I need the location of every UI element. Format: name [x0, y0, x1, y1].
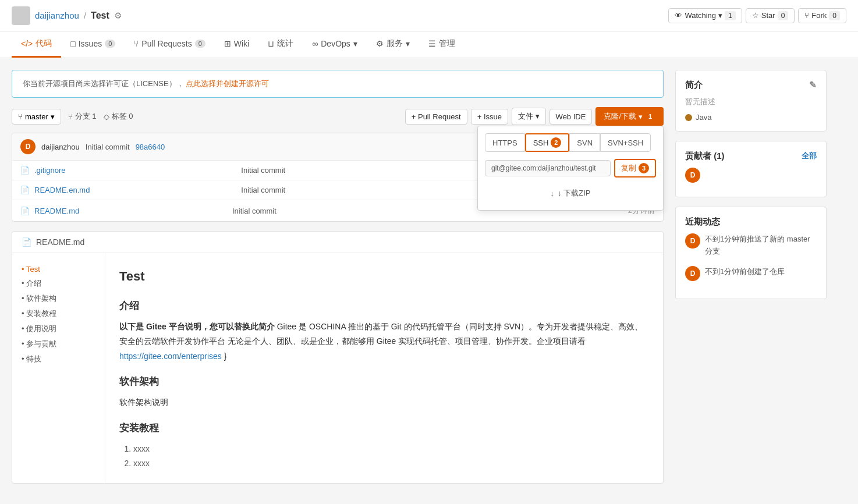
- pr-badge: 0: [195, 40, 205, 48]
- file-name[interactable]: README.md: [34, 207, 232, 215]
- readme-arch-heading: 软件架构: [119, 373, 649, 391]
- file-name[interactable]: README.en.md: [34, 186, 241, 194]
- members-section-title: 贡献者 (1) 全部: [685, 151, 817, 162]
- members-all-link[interactable]: 全部: [802, 151, 817, 162]
- tab-wiki-label: Wiki: [234, 39, 249, 48]
- file-icon: 📄: [20, 207, 30, 215]
- watching-count: 1: [725, 11, 736, 20]
- wiki-icon: ⊞: [224, 39, 231, 48]
- nav-tabs: </> 代码 □ Issues 0 ⑂ Pull Requests 0 ⊞ Wi…: [0, 31, 858, 58]
- file-name[interactable]: .gitignore: [34, 166, 241, 175]
- star-count: 0: [778, 11, 789, 20]
- readme-toc: Test 介绍 软件架构 安装教程 使用说明 参与贡献 特技: [12, 253, 105, 483]
- right-panel: 简介 ✎ 暂无描述 Java 贡献者 (1) 全部 D 近: [675, 70, 827, 484]
- file-button[interactable]: 文件 ▾: [512, 108, 546, 125]
- settings-icon[interactable]: ⚙: [114, 10, 122, 21]
- toc-item[interactable]: Test: [22, 262, 95, 276]
- clone-btn-label: 克隆/下载: [604, 111, 636, 122]
- code-icon: </>: [21, 39, 33, 48]
- fork-count: 0: [829, 11, 840, 20]
- devops-arrow: ▾: [353, 39, 357, 48]
- clone-tab-svn[interactable]: SVN: [569, 133, 600, 152]
- tab-stats-label: 统计: [277, 38, 293, 49]
- toc-item[interactable]: 安装教程: [22, 306, 95, 321]
- star-icon: ☆: [752, 11, 759, 20]
- clone-tab-https[interactable]: HTTPS: [485, 133, 525, 152]
- activity-item: D 不到1分钟前创建了仓库: [685, 266, 817, 281]
- readme-install-heading: 安装教程: [119, 420, 649, 438]
- license-link[interactable]: 点此选择并创建开源许可: [186, 79, 269, 88]
- readme-title: README.md: [36, 237, 84, 247]
- clone-arrow: ▾: [639, 112, 643, 121]
- toc-item[interactable]: 参与贡献: [22, 336, 95, 352]
- copy-label: 复制: [621, 163, 636, 173]
- clone-tab-svn-ssh[interactable]: SVN+SSH: [600, 133, 651, 152]
- watching-button[interactable]: 👁 Watching ▾ 1: [668, 8, 742, 23]
- file-icon: 📄: [20, 186, 30, 194]
- member-avatar: D: [685, 168, 700, 183]
- commit-message: Initial commit: [86, 143, 130, 151]
- activity-avatar-2: D: [685, 266, 700, 281]
- tab-code[interactable]: </> 代码: [12, 31, 61, 58]
- tab-pullrequests[interactable]: ⑂ Pull Requests 0: [125, 32, 215, 57]
- clone-button[interactable]: 克隆/下载 ▾ 1: [595, 107, 664, 126]
- clone-tab-ssh[interactable]: SSH 2: [525, 133, 570, 152]
- readme-main-title: Test: [119, 265, 649, 288]
- branches-stat: ⑂ 分支 1: [68, 111, 97, 122]
- activity-section: 近期动态 D 不到1分钟前推送了新的 master 分支 D 不到1分钟前创建了…: [675, 207, 827, 299]
- fork-label: Fork: [811, 11, 827, 20]
- download-zip-button[interactable]: ↓ ↓ 下载ZIP: [485, 183, 656, 203]
- members-section: 贡献者 (1) 全部 D: [675, 141, 827, 197]
- web-ide-button[interactable]: Web IDE: [549, 109, 593, 125]
- toc-item[interactable]: 软件架构: [22, 291, 95, 306]
- edit-icon[interactable]: ✎: [809, 80, 817, 91]
- issue-button[interactable]: + Issue: [471, 109, 508, 125]
- toc-item[interactable]: 介绍: [22, 276, 95, 291]
- issues-badge: 0: [105, 40, 115, 48]
- repo-name[interactable]: Test: [91, 10, 109, 21]
- toc-item[interactable]: 使用说明: [22, 321, 95, 336]
- readme-intro-link[interactable]: https://gitee.com/enterprises: [119, 352, 222, 361]
- readme-intro-para: 以下是 Gitee 平台说明，您可以替换此简介 Gitee 是 OSCHINA …: [119, 320, 649, 364]
- file-arrow: ▾: [536, 112, 540, 120]
- tab-pr-label: Pull Requests: [141, 39, 192, 48]
- readme-header: 📄 README.md: [12, 232, 663, 253]
- repo-avatar: [12, 6, 30, 25]
- commit-hash[interactable]: 98a6640: [136, 143, 165, 151]
- file-icon: 📄: [20, 166, 30, 175]
- pull-request-button[interactable]: + Pull Request: [405, 109, 467, 125]
- lang-dot: [685, 114, 692, 121]
- watching-arrow: ▾: [718, 11, 722, 20]
- repo-owner[interactable]: daijianzhou: [35, 10, 79, 20]
- fork-icon: ⑂: [804, 11, 809, 20]
- repo-actions: 👁 Watching ▾ 1 ☆ Star 0 ⑂ Fork 0: [668, 8, 846, 23]
- clone-url-input[interactable]: [485, 160, 611, 176]
- branch-selector[interactable]: ⑂ master ▾: [12, 109, 61, 125]
- tab-manage[interactable]: ☰ 管理: [419, 31, 465, 58]
- tab-services[interactable]: ⚙ 服务 ▾: [367, 31, 419, 58]
- separator: /: [84, 10, 86, 20]
- clone-tabs: HTTPS SSH 2 SVN SVN+SSH: [485, 133, 656, 152]
- readme-body: Test 介绍 软件架构 安装教程 使用说明 参与贡献 特技 Test 介绍 以…: [12, 253, 663, 483]
- readme-install-list: xxxx xxxx: [119, 442, 649, 471]
- readme-arch-text: 软件架构说明: [119, 395, 649, 410]
- copy-button[interactable]: 复制 3: [614, 159, 656, 178]
- eye-icon: 👁: [675, 11, 682, 20]
- stats-icon: ⊔: [268, 39, 274, 48]
- tab-issues[interactable]: □ Issues 0: [61, 32, 125, 57]
- branch-arrow: ▾: [51, 112, 55, 121]
- issues-icon: □: [70, 39, 75, 48]
- repo-toolbar: ⑂ master ▾ ⑂ 分支 1 ◇ 标签 0 + Pull Request …: [12, 107, 664, 126]
- branches-icon: ⑂: [68, 112, 73, 121]
- star-button[interactable]: ☆ Star 0: [746, 8, 795, 23]
- fork-button[interactable]: ⑂ Fork 0: [798, 8, 846, 23]
- repo-header: daijianzhou / Test ⚙: [12, 6, 122, 25]
- readme-file-icon: 📄: [22, 237, 31, 247]
- services-arrow: ▾: [406, 39, 410, 48]
- tab-stats[interactable]: ⊔ 统计: [258, 31, 303, 58]
- toc-item[interactable]: 特技: [22, 352, 95, 367]
- no-description: 暂无描述: [685, 97, 817, 107]
- commit-author[interactable]: daijianzhou: [41, 143, 80, 151]
- tab-wiki[interactable]: ⊞ Wiki: [215, 32, 258, 57]
- tab-devops[interactable]: ∞ DevOps ▾: [303, 32, 367, 57]
